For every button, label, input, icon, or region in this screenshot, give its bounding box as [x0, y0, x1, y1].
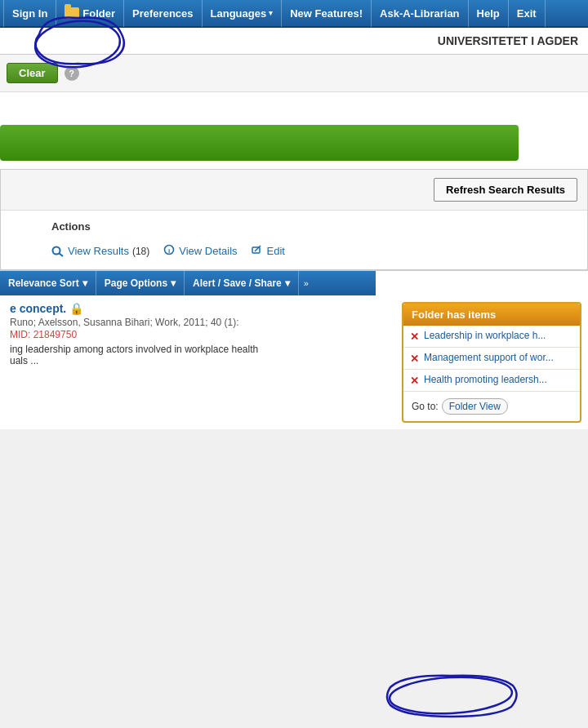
folder-remove-icon-3[interactable]: ✕: [410, 375, 419, 387]
folder-goto-label: Go to:: [412, 401, 439, 412]
result-meta: Runo; Axelsson, Susanna Bihari; Work, 20…: [10, 317, 392, 328]
languages-label: Languages: [211, 7, 267, 20]
folder-item-3: ✕ Health promoting leadersh...: [403, 370, 580, 392]
new-features-nav-item[interactable]: New Features!: [282, 0, 372, 27]
preferences-nav-item[interactable]: Preferences: [124, 0, 202, 27]
alert-save-share-label: Alert / Save / Share: [193, 277, 282, 289]
view-results-link[interactable]: View Results (18): [51, 245, 149, 257]
view-results-count: (18): [132, 246, 149, 257]
view-row: View Results (18) i View Details: [11, 239, 577, 263]
left-content: e concept. 🔒 Runo; Axelsson, Susanna Bih…: [0, 295, 402, 429]
signin-label: Sign In: [12, 7, 47, 20]
folder-nav-item[interactable]: Folder: [56, 0, 124, 27]
university-header: UNIVERSITETET I AGDER: [0, 28, 588, 55]
refresh-button[interactable]: Refresh Search Results: [434, 178, 577, 202]
result-pmid: MID: 21849750: [10, 329, 392, 340]
university-name: UNIVERSITETET I AGDER: [438, 34, 578, 47]
refresh-row: Refresh Search Results: [1, 170, 587, 211]
page-options-label: Page Options: [105, 277, 167, 289]
folder-item-2: ✕ Management support of wor...: [403, 348, 580, 370]
exit-label: Exit: [517, 7, 537, 20]
folder-icon: [65, 7, 79, 19]
ask-librarian-nav-item[interactable]: Ask-A-Librarian: [372, 0, 469, 27]
svg-point-0: [53, 246, 60, 254]
edit-icon: [251, 244, 264, 258]
result-abstract-text: ing leadership among actors involved in …: [10, 344, 258, 355]
folder-remove-icon-2[interactable]: ✕: [410, 353, 419, 365]
folder-goto: Go to: Folder View: [403, 392, 580, 421]
view-details-label: View Details: [179, 245, 237, 257]
alert-save-share-item[interactable]: Alert / Save / Share ▾: [185, 271, 299, 295]
result-abstract-text2: uals ...: [10, 355, 38, 366]
edit-svg: [251, 244, 264, 255]
folder-item-link-2[interactable]: Management support of wor...: [424, 352, 554, 363]
content-row: e concept. 🔒 Runo; Axelsson, Susanna Bih…: [0, 295, 588, 429]
clear-row: Clear ?: [0, 55, 588, 92]
folder-item-1: ✕ Leadership in workplace h...: [403, 326, 580, 348]
spacer: [0, 92, 588, 109]
svg-point-7: [389, 674, 513, 717]
search-bar: [0, 125, 519, 161]
edit-link[interactable]: Edit: [251, 244, 285, 258]
info-icon: i: [163, 244, 176, 258]
new-features-label: New Features!: [290, 7, 363, 20]
view-details-link[interactable]: i View Details: [163, 244, 237, 258]
folder-view-link[interactable]: Folder View: [442, 398, 508, 415]
exit-nav-item[interactable]: Exit: [509, 0, 546, 27]
clear-button[interactable]: Clear: [7, 63, 58, 83]
preferences-label: Preferences: [132, 7, 193, 20]
folder-item-link-1[interactable]: Leadership in workplace h...: [424, 330, 546, 341]
folder-panel: Folder has items ✕ Leadership in workpla…: [402, 302, 581, 423]
ask-librarian-label: Ask-A-Librarian: [380, 7, 460, 20]
help-icon[interactable]: ?: [65, 66, 79, 81]
result-title-text: e concept.: [10, 302, 66, 315]
help-nav-item[interactable]: Help: [469, 0, 509, 27]
folder-item-link-3[interactable]: Health promoting leadersh...: [424, 374, 547, 385]
toolbar-row: Relevance Sort ▾ Page Options ▾ Alert / …: [0, 271, 376, 295]
relevance-sort-item[interactable]: Relevance Sort ▾: [0, 271, 96, 295]
folder-remove-icon-1[interactable]: ✕: [410, 331, 419, 343]
top-navigation: Sign In Folder Preferences Languages ▾ N…: [0, 0, 588, 28]
lock-icon: 🔒: [69, 302, 83, 315]
svg-text:i: i: [168, 247, 170, 255]
info-svg: i: [163, 244, 176, 255]
languages-nav-item[interactable]: Languages ▾: [203, 0, 283, 27]
results-area: Refresh Search Results Actions View Resu…: [0, 169, 588, 271]
magnifier-icon: [51, 246, 65, 257]
result-abstract: ing leadership among actors involved in …: [10, 344, 392, 366]
expand-arrows[interactable]: »: [299, 271, 314, 295]
edit-label: Edit: [267, 245, 285, 257]
view-results-label: View Results: [68, 245, 129, 257]
help-label: Help: [477, 7, 500, 20]
magnifier-svg: [51, 246, 65, 257]
result-title[interactable]: e concept. 🔒: [10, 302, 392, 315]
relevance-sort-chevron-icon: ▾: [82, 277, 87, 289]
signin-nav-item[interactable]: Sign In: [3, 0, 56, 27]
folder-panel-header: Folder has items: [403, 304, 580, 326]
page-options-item[interactable]: Page Options ▾: [96, 271, 185, 295]
alert-save-share-chevron-icon: ▾: [285, 277, 290, 289]
main-content: Clear ? Refresh Search Results Actions: [0, 55, 588, 429]
svg-line-1: [60, 253, 64, 256]
spacer2: [0, 161, 588, 169]
languages-chevron-icon: ▾: [269, 9, 273, 17]
actions-label: Actions: [11, 217, 577, 239]
relevance-sort-label: Relevance Sort: [8, 277, 79, 289]
page-options-chevron-icon: ▾: [171, 277, 176, 289]
actions-row: Actions View Results (18): [1, 211, 587, 270]
folder-label: Folder: [82, 7, 115, 20]
